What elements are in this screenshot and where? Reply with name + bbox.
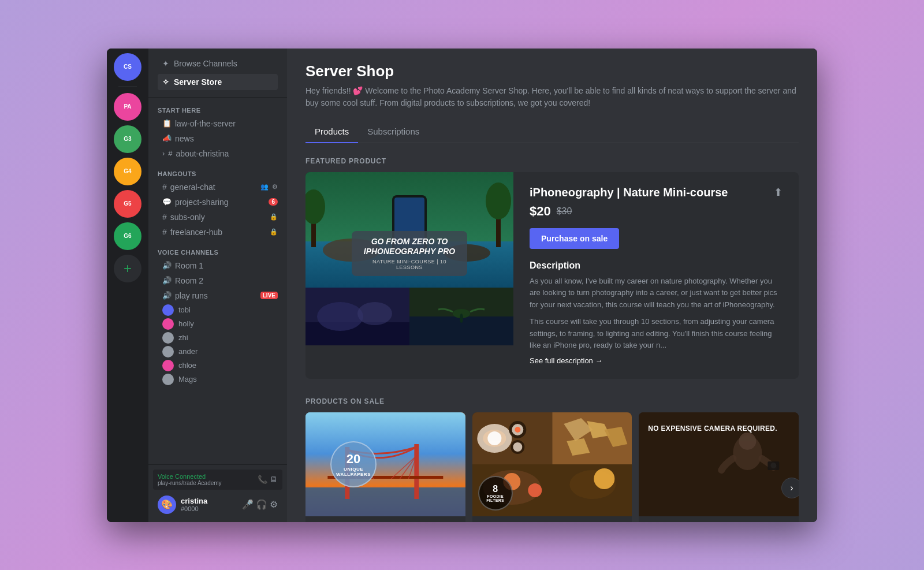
overlay-sub-text: NATURE MINI-COURSE | 10 LESSONS	[361, 259, 458, 270]
price-current: $20	[530, 204, 551, 219]
hash-icon: #	[162, 228, 167, 237]
user-panel[interactable]: 🎨 cristina #0000 🎤 🎧 ⚙	[153, 492, 282, 517]
channel-freelancer-hub[interactable]: # freelancer-hub 🔒	[153, 225, 282, 239]
svg-point-44	[528, 483, 542, 497]
compass-icon: ✦	[162, 59, 169, 68]
server-store-label: Server Store	[174, 77, 222, 87]
products-next-button[interactable]: ›	[781, 478, 799, 498]
channel-name: freelancer-hub	[170, 228, 222, 237]
product-card-film[interactable]: NO EXPENSIVE CAMERA REQUIRED. Full Film …	[639, 412, 799, 521]
mic-button[interactable]: 🎤	[242, 499, 254, 510]
foodie-count-badge: 8 FOODIEFILTERS	[478, 476, 513, 511]
voice-channel: play-runs/trade Academy	[158, 480, 253, 486]
product-title-row: iPhoneography | Nature Mini-course ⬆	[530, 186, 783, 204]
svg-point-14	[357, 302, 392, 325]
lock-icon: 🔒	[270, 213, 278, 221]
channel-about-christina[interactable]: › # about-christina	[153, 147, 282, 161]
product-overlay: GO FROM ZERO TO IPHONEOGRAPHY PRO NATURE…	[352, 231, 467, 276]
sf-image	[305, 412, 465, 516]
add-icon: +	[124, 260, 132, 277]
server-avatar-1[interactable]: CS	[114, 53, 141, 81]
products-on-sale-label: PRODUCTS ON SALE	[305, 397, 799, 405]
svg-point-13	[317, 302, 363, 331]
product-thumb-film: NO EXPENSIVE CAMERA REQUIRED.	[639, 412, 799, 516]
product-info-sf: "A Love Letter to SF" | Wallpaper Set Ov…	[305, 516, 465, 521]
image-inner: GO FROM ZERO TO IPHONEOGRAPHY PRO NATURE…	[305, 172, 513, 288]
channel-project-sharing[interactable]: 💬 project-sharing 6	[153, 195, 282, 209]
description-text-1: As you all know, I've built my career on…	[530, 275, 783, 311]
avatar-icon: 🎨	[161, 499, 173, 510]
channel-name: subs-only	[170, 213, 205, 222]
chat-icon: 💬	[162, 198, 172, 206]
voice-connected-bar: Voice Connected play-runs/trade Academy …	[153, 470, 282, 490]
svg-point-39	[513, 442, 522, 452]
sidebar-top: ✦ Browse Channels ✧ Server Store	[148, 49, 287, 98]
featured-main-image: GO FROM ZERO TO IPHONEOGRAPHY PRO NATURE…	[305, 172, 513, 288]
channel-general-chat[interactable]: # general-chat 👥 ⚙	[153, 180, 282, 194]
channel-icon-hash: #	[168, 149, 172, 158]
product-card-sf-wallpaper[interactable]: 20 UNIQUEWALLPAPERS "A Love Letter to SF…	[305, 412, 465, 521]
voice-user-ander: ander	[148, 345, 287, 359]
featured-product-info: iPhoneography | Nature Mini-course ⬆ $20…	[513, 172, 799, 379]
speaker-icon: 🔊	[162, 276, 172, 285]
unread-badge: 6	[269, 198, 278, 206]
channel-icon: 📋	[162, 119, 172, 128]
voice-channel-room1[interactable]: 🔊 Room 1	[153, 259, 282, 273]
server-store-nav[interactable]: ✧ Server Store	[158, 74, 278, 90]
channel-news[interactable]: 📣 news	[153, 132, 282, 146]
description-text-2: This course will take you through 10 sec…	[530, 316, 783, 352]
voice-channel-room2[interactable]: 🔊 Room 2	[153, 274, 282, 288]
username: chloe	[178, 361, 196, 370]
server-avatar-3[interactable]: G3	[114, 125, 141, 153]
thumb1-svg	[305, 288, 409, 345]
server-avatar-6[interactable]: G6	[114, 222, 141, 250]
server-avatar-2[interactable]: PA	[114, 93, 141, 121]
username: tobi	[178, 306, 191, 314]
main-content: Server Shop Hey friends!! 💕 Welcome to t…	[287, 49, 817, 522]
browse-channels-button[interactable]: ✦ Browse Channels	[158, 55, 278, 72]
server-avatar-5[interactable]: G5	[114, 190, 141, 218]
voice-bar-controls: 📞 🖥	[258, 475, 278, 484]
speaker-icon: 🔊	[162, 291, 172, 300]
shop-tabs: Products Subscriptions	[305, 121, 799, 143]
add-server-button[interactable]: +	[114, 255, 141, 282]
app-window: CS PA G3 G4 G5 G6 + ✦ Browse Channels ✧ …	[107, 49, 817, 522]
shop-title: Server Shop	[305, 62, 799, 80]
channel-sidebar: ✦ Browse Channels ✧ Server Store START H…	[148, 49, 287, 522]
price-row: $20 $30	[530, 204, 783, 219]
hash-icon: #	[162, 213, 167, 222]
featured-thumb-2	[409, 288, 513, 345]
svg-rect-20	[305, 487, 465, 516]
product-thumb-sf: 20 UNIQUEWALLPAPERS	[305, 412, 465, 516]
svg-point-18	[460, 314, 463, 323]
shop-description: Hey friends!! 💕 Welcome to the Photo Aca…	[305, 85, 799, 109]
featured-thumb-1	[305, 288, 409, 345]
settings-button[interactable]: ⚙	[270, 499, 278, 510]
svg-point-46	[594, 468, 614, 489]
purchase-on-sale-button[interactable]: Purchase on sale	[530, 228, 619, 249]
tab-products[interactable]: Products	[305, 121, 358, 143]
product-card-foodie[interactable]: 8 FOODIEFILTERS Foodie Filter Pack V5 | …	[472, 412, 632, 521]
channel-law-of-server[interactable]: 📋 law-of-the-server	[153, 117, 282, 131]
channel-name: news	[175, 134, 194, 143]
username: zhi	[178, 333, 188, 342]
phone-icon[interactable]: 📞	[258, 475, 267, 484]
username: ander	[178, 347, 198, 356]
channel-name: Room 1	[175, 261, 203, 270]
user-avatar-zhi	[162, 332, 174, 344]
screen-icon[interactable]: 🖥	[270, 475, 278, 484]
see-full-description-link[interactable]: See full description →	[530, 356, 783, 365]
tab-subscriptions[interactable]: Subscriptions	[358, 121, 429, 143]
product-info-film: Full Film Photography 2023 C... It's fin…	[639, 516, 799, 521]
channel-name: general-chat	[170, 182, 215, 192]
server-avatar-4[interactable]: G4	[114, 158, 141, 185]
user-avatar: 🎨	[158, 496, 176, 514]
headphones-button[interactable]: 🎧	[256, 499, 267, 510]
footer-username: cristina	[181, 497, 207, 505]
user-avatar-tobi	[162, 304, 174, 316]
voice-channel-play-runs[interactable]: 🔊 play runs LIVE	[153, 289, 282, 303]
user-avatar-holly	[162, 318, 174, 330]
footer-tag: #0000	[181, 505, 207, 512]
share-button[interactable]: ⬆	[774, 186, 783, 199]
channel-subs-only[interactable]: # subs-only 🔒	[153, 210, 282, 224]
